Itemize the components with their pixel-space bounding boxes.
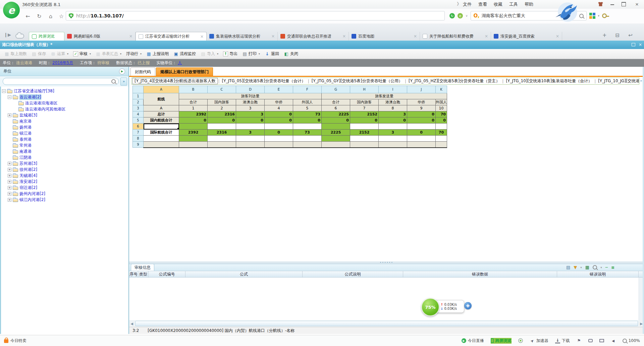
audit-zoom-caret-icon[interactable]: ▾ [600, 266, 602, 269]
data-cell[interactable]: 3 [379, 130, 407, 136]
data-cell[interactable] [322, 123, 350, 130]
group-header-arrivals[interactable]: 旅客到达量 [179, 93, 322, 99]
data-cell[interactable]: 73 [293, 130, 322, 136]
minimize-icon[interactable] [610, 3, 614, 5]
column-header-J[interactable]: J [407, 86, 436, 93]
row-header[interactable]: 5 [133, 117, 144, 123]
data-cell[interactable]: 2392 [179, 130, 208, 136]
grid-horizontal-scrollbar[interactable]: ◀ ▶ [129, 320, 644, 327]
reopen-tab-icon[interactable]: ↩ [628, 32, 633, 38]
data-cell[interactable]: 0 [208, 117, 236, 123]
tree-node[interactable]: 泰州港 [1, 136, 127, 142]
tree-node[interactable]: +宿迁港[2] [1, 185, 127, 191]
skin-theme-icon[interactable] [598, 2, 603, 6]
blank-cell[interactable] [208, 142, 236, 148]
group-header-departures[interactable]: 旅客发送量 [322, 93, 447, 99]
data-cell[interactable]: 0 [179, 117, 208, 123]
infobar-value[interactable]: 2016年5月 [52, 60, 73, 66]
menu-item[interactable]: 查看 [478, 1, 487, 7]
tree-expander-icon[interactable]: + [8, 174, 11, 178]
code-cell[interactable]: 6 [322, 105, 350, 111]
cloud-sync-icon[interactable] [15, 34, 24, 39]
scrollbar-thumb[interactable] [135, 321, 638, 326]
sub-header-cell[interactable]: 华侨 [407, 99, 436, 105]
menu-chevron-icon[interactable]: 》 [457, 1, 461, 7]
browser-tab[interactable]: 网易邮箱6.0版× [64, 32, 136, 41]
data-cell[interactable] [179, 136, 208, 142]
extension-leaf-icon[interactable]: e [458, 13, 463, 18]
column-header-A[interactable]: A [144, 86, 179, 93]
report-strip-item[interactable]: [Y_JTG_05_GY][交统港5表]分货类吞吐量（公用） [310, 78, 404, 84]
sub-header-cell[interactable]: 港澳台胞 [379, 99, 407, 105]
data-cell[interactable]: 2225 [322, 130, 350, 136]
row-header[interactable]: 6 [133, 123, 144, 130]
browser-tab[interactable]: 淮安扬港_百度搜索× [491, 32, 562, 41]
home-icon[interactable]: ⌂ [46, 12, 55, 21]
browser-tab[interactable]: 跨屏浏览 [29, 32, 64, 41]
blank-cell[interactable] [379, 142, 407, 148]
code-cell[interactable]: 5 [293, 105, 322, 111]
data-cell[interactable]: 2225 [322, 111, 350, 117]
sidebar-search-icon[interactable] [111, 79, 116, 84]
code-cell[interactable]: 3 [236, 105, 265, 111]
tree-node[interactable]: +苏州港[3] [1, 160, 127, 166]
data-cell[interactable]: 3 [379, 111, 407, 117]
tree-node[interactable]: 常州港 [1, 142, 127, 148]
data-cell[interactable] [265, 136, 293, 142]
app-close-icon[interactable]: × [639, 43, 642, 47]
dropdown-caret-icon[interactable]: ∨ [466, 14, 468, 17]
speed-ball-widget[interactable]: ↑ 0.03K/s ↓ 0.03K/s 75% ✚ [421, 297, 472, 317]
data-cell[interactable] [293, 123, 322, 130]
browser-tab[interactable]: 江苏省交通运输统计分析× [136, 32, 207, 41]
tab-close-icon[interactable]: × [129, 34, 132, 39]
audit-zoom-icon[interactable] [593, 265, 597, 269]
data-cell[interactable]: 0 [265, 117, 293, 123]
launcher-caret-icon[interactable]: ▾ [598, 14, 600, 17]
menu-item[interactable]: 工具 [509, 1, 518, 7]
data-cell[interactable]: 2392 [179, 111, 208, 117]
tree-node[interactable]: +徐州港[2] [1, 166, 127, 172]
data-cell[interactable]: 0 [407, 130, 436, 136]
data-cell[interactable] [350, 136, 379, 142]
process-monitor-button[interactable]: ▣流程监控 [171, 50, 198, 58]
data-cell[interactable]: 0 [350, 117, 379, 123]
sidebar-refresh-icon[interactable]: ▶ [119, 68, 125, 75]
data-cell[interactable]: 73 [293, 111, 322, 117]
report-strip-item[interactable]: [Y_JTG_10][交统港10表]集装箱吞吐量（合计） [504, 78, 594, 84]
data-cell[interactable]: 70 [436, 111, 447, 117]
bottombar-item-playcircle[interactable]: ▶今日直播 [462, 338, 484, 344]
data-cell[interactable] [436, 136, 447, 142]
bottombar-item-phone[interactable]: 跨屏浏览 [491, 338, 512, 344]
data-cell[interactable] [265, 123, 293, 130]
data-cell[interactable] [179, 123, 208, 130]
search-engine-logo[interactable]: O, [474, 13, 480, 19]
print-button[interactable]: ▤打印▾ [240, 50, 262, 58]
bottombar-item-down[interactable]: ↓下载 [555, 338, 570, 344]
infobar-value[interactable]: 人 [178, 60, 182, 66]
browser-logo-icon[interactable]: e [3, 2, 20, 18]
data-cell[interactable] [293, 136, 322, 142]
floating-row-button[interactable]: 浮动行▾ [124, 50, 144, 58]
report-strip-item[interactable]: [Y_JTG_4][交统港4表]分航线进出港旅客人数 [132, 78, 218, 84]
data-cell[interactable]: 0 [265, 111, 293, 117]
bottombar-item-chat[interactable] [588, 339, 593, 342]
speed-plus-icon[interactable]: ✚ [464, 302, 472, 309]
code-cell[interactable]: 1 [179, 105, 208, 111]
sub-header-cell[interactable]: 合计 [179, 99, 208, 105]
report-note-button[interactable]: ▦上报说明 [144, 50, 171, 58]
data-cell[interactable]: 0 [293, 117, 322, 123]
data-cell[interactable]: 0 [265, 130, 293, 136]
data-cell[interactable]: 0 [436, 117, 447, 123]
audit-filter-caret-icon[interactable]: ▾ [580, 266, 582, 269]
tree-node[interactable]: 南京港 [1, 118, 127, 124]
data-cell[interactable]: 2152 [350, 130, 379, 136]
sub-header-cell[interactable]: 国内旅客 [350, 99, 379, 105]
bottombar-item-rocket[interactable]: ➤加速器 [530, 338, 548, 344]
data-cell[interactable] [236, 136, 265, 142]
tree-node[interactable]: −江苏省交通运输厅[38] [1, 88, 127, 94]
tree-node[interactable]: +无锡港[4] [1, 172, 127, 179]
blank-cell[interactable] [436, 142, 447, 148]
sub-header-cell[interactable]: 华侨 [265, 99, 293, 105]
code-cell[interactable]: A [144, 105, 179, 111]
blank-cell[interactable] [407, 142, 436, 148]
